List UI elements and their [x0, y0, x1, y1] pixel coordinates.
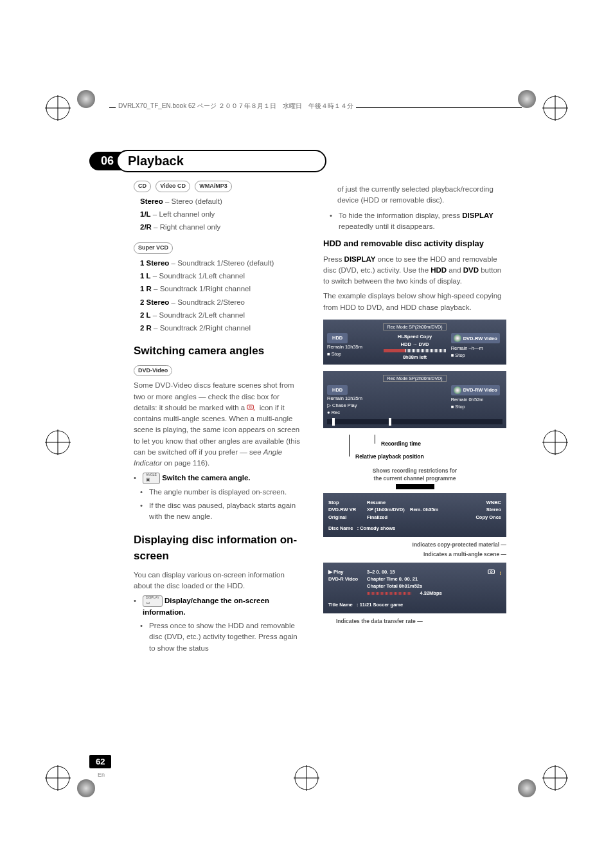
- register-mark: [542, 429, 568, 455]
- badge-dvdvideo: DVD-Video: [134, 365, 172, 377]
- register-mark: [294, 765, 319, 791]
- header-filename: DVRLX70_TF_EN.book 62 ページ ２００７年８月１日 水曜日 …: [116, 102, 356, 111]
- corner-dot: [77, 779, 95, 797]
- callout-rec-time: Recording time: [381, 440, 421, 448]
- disc-icon: [454, 334, 461, 342]
- substep: •To hide the information display, press …: [330, 210, 506, 233]
- substep: •Press once to show the HDD and removabl…: [140, 620, 304, 654]
- info-panel-stop: StopDVD-RW VROriginal Resume XP (1h00m/D…: [323, 493, 506, 537]
- badge-wma: WMA/MP3: [195, 181, 232, 192]
- osd-panel-chase: Rec Mode SP(2h00m/DVD) HDD Remain 10h35m…: [323, 371, 506, 428]
- display-button-icon: DISPLAY▭: [143, 595, 163, 607]
- label-restrictions: Shows recording restrictions forthe curr…: [323, 467, 506, 490]
- callout-playback-pos: Relative playback position: [355, 453, 424, 461]
- osd-panel-copy: Rec Mode SP(2h00m/DVD) HDD Remain 10h35m…: [323, 320, 506, 365]
- step-switch-angle: • ANGLE▣ Switch the camera angle.: [134, 473, 304, 484]
- svg-rect-24: [488, 570, 495, 574]
- label-transfer-rate: Indicates the data transfer rate —: [336, 617, 506, 626]
- step-display: • DISPLAY▭ Display/change the on-screen …: [134, 595, 304, 618]
- substep: •If the disc was paused, playback starts…: [140, 500, 304, 523]
- badge-svcd: Super VCD: [134, 242, 173, 254]
- bitrate-bar-icon: [367, 592, 412, 595]
- svg-text:n: n: [254, 408, 256, 411]
- format-badges-2: Super VCD: [134, 242, 304, 254]
- angles-paragraph: Some DVD-Video discs feature scenes shot…: [134, 380, 304, 469]
- register-mark: [542, 95, 568, 121]
- register-mark: [45, 429, 71, 455]
- chapter-title: Playback: [116, 150, 326, 172]
- activity-p1: Press DISPLAY once to see the HDD and re…: [323, 254, 506, 287]
- camera-angle-icon: n: [247, 404, 257, 411]
- activity-p2: The example displays below show high-spe…: [323, 291, 506, 313]
- angle-button-icon: ANGLE▣: [143, 473, 160, 484]
- corner-dot: [518, 90, 536, 108]
- disc-info-para: You can display various on-screen inform…: [134, 570, 304, 592]
- register-mark: [45, 95, 71, 121]
- page-number: 62: [89, 755, 111, 768]
- warning-icon: !: [500, 570, 502, 576]
- audio-options-2: 1 Stereo – Soundtrack 1/Stereo (default)…: [140, 258, 304, 334]
- heading-disc-info: Displaying disc information on-screen: [134, 532, 304, 565]
- disc-icon: [454, 386, 461, 394]
- page-language: En: [98, 772, 105, 778]
- format-badges: CD Video CD WMA/MP3: [134, 180, 304, 192]
- label-copy-protected: Indicates copy-protected material —: [323, 541, 506, 549]
- badge-videocd: Video CD: [155, 181, 190, 192]
- corner-dot: [77, 90, 95, 108]
- heading-activity-display: HDD and removable disc activity display: [323, 237, 506, 250]
- svg-point-25: [490, 570, 492, 572]
- register-mark: [45, 765, 71, 791]
- camera-angle-icon: [488, 568, 498, 576]
- chapter-badge: 06 Playback: [89, 150, 326, 172]
- svg-point-22: [249, 406, 251, 408]
- info-panel-play: ▶ PlayDVD-R Video 3–2 0. 00. 15 Chapter …: [323, 563, 506, 613]
- label-multi-angle: Indicates a multi-angle scene —: [323, 550, 506, 559]
- svg-rect-21: [247, 405, 254, 409]
- corner-dot: [518, 779, 536, 797]
- register-mark: [542, 765, 568, 791]
- continuation: of just the currently selected playback/…: [337, 184, 506, 206]
- substep: •The angle number is displayed on-screen…: [140, 487, 304, 498]
- heading-switching-angles: Switching camera angles: [134, 343, 304, 359]
- badge-cd: CD: [134, 181, 151, 192]
- audio-options-1: Stereo – Stereo (default) 1/L – Left cha…: [140, 196, 304, 233]
- format-badges-3: DVD-Video: [134, 365, 304, 377]
